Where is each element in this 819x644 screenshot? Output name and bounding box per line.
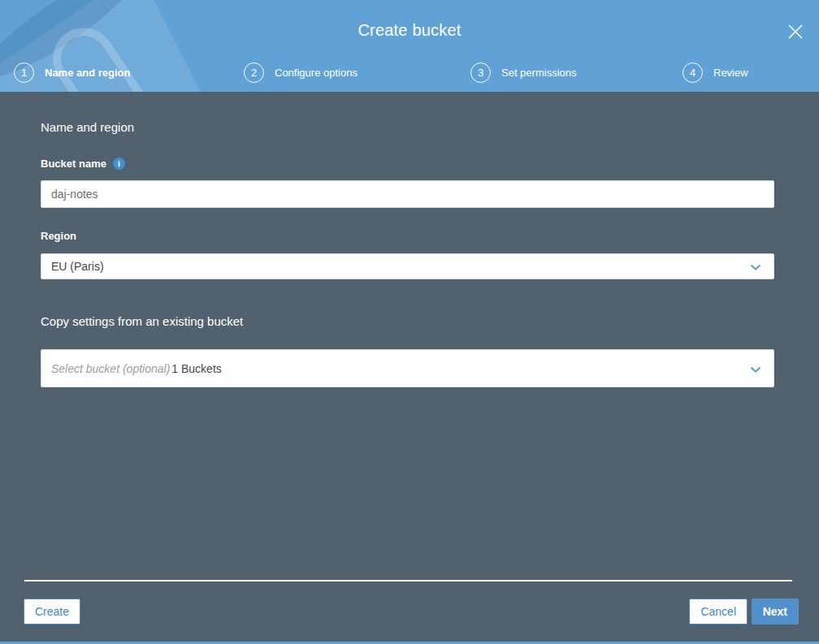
wizard-steps: 1 Name and region 2 Configure options 3 …: [0, 63, 819, 84]
form-body: Name and region Bucket name i Region EU …: [0, 92, 819, 387]
bucket-name-label-text: Bucket name: [41, 158, 106, 170]
region-label: Region: [41, 230, 774, 242]
dialog-header: Create bucket 1 Name and region 2 Config…: [0, 0, 819, 92]
footer-divider: [24, 580, 792, 581]
region-selected-value: EU (Paris): [51, 260, 104, 273]
step-name-and-region[interactable]: 1 Name and region: [14, 63, 130, 83]
close-icon[interactable]: [782, 18, 809, 45]
chevron-down-icon: [750, 361, 764, 376]
copy-settings-bucket-select[interactable]: Select bucket (optional) 1 Buckets: [41, 349, 774, 387]
step-label: Name and region: [45, 67, 130, 79]
cancel-button[interactable]: Cancel: [689, 599, 748, 625]
bucket-name-label: Bucket name i: [41, 158, 774, 170]
chevron-down-icon: [750, 259, 764, 274]
region-select[interactable]: EU (Paris): [41, 253, 774, 279]
copy-settings-heading: Copy settings from an existing bucket: [41, 279, 774, 328]
step-label: Set permissions: [501, 67, 576, 79]
dialog-footer: Create Cancel Next: [0, 599, 819, 625]
create-button[interactable]: Create: [24, 599, 80, 625]
bucket-select-placeholder: Select bucket (optional): [51, 362, 170, 375]
create-bucket-dialog: Create bucket 1 Name and region 2 Config…: [0, 0, 819, 644]
dialog-title: Create bucket: [0, 21, 819, 40]
step-number: 2: [244, 63, 264, 83]
next-button[interactable]: Next: [752, 599, 799, 625]
step-label: Review: [713, 67, 748, 79]
bucket-count: 1 Buckets: [171, 362, 221, 375]
bucket-name-input[interactable]: [41, 180, 774, 208]
step-number: 4: [682, 63, 703, 83]
region-label-text: Region: [41, 230, 76, 242]
step-configure-options[interactable]: 2 Configure options: [244, 63, 358, 83]
info-icon[interactable]: i: [113, 158, 125, 170]
step-set-permissions[interactable]: 3 Set permissions: [470, 63, 576, 83]
step-label: Configure options: [275, 67, 358, 79]
section-heading-name-and-region: Name and region: [41, 92, 774, 135]
step-number: 3: [470, 63, 491, 83]
step-review[interactable]: 4 Review: [682, 63, 748, 83]
step-number: 1: [14, 63, 34, 83]
